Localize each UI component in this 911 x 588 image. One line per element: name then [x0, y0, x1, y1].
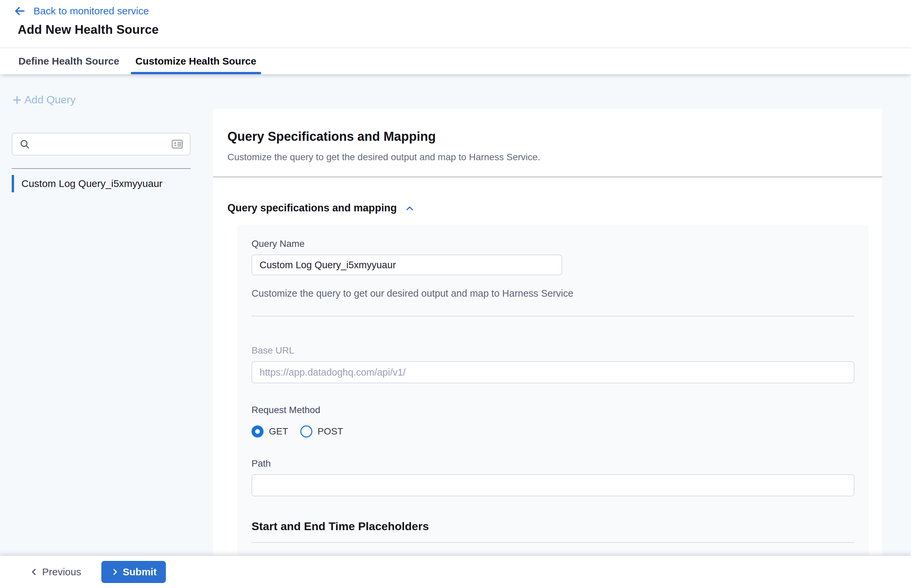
- submit-button[interactable]: Submit: [101, 561, 166, 583]
- path-input[interactable]: [252, 474, 854, 496]
- top-header: Back to monitored service Add New Health…: [0, 0, 911, 47]
- radio-get-label: GET: [269, 426, 288, 437]
- sidebar: Add Query Custom Log Query_i5xmyyuaur: [0, 74, 213, 556]
- base-url-label: Base URL: [252, 345, 854, 356]
- tab-bar: Define Health Source Customize Health So…: [0, 47, 911, 74]
- query-name-label: Query Name: [252, 239, 854, 249]
- submit-button-label: Submit: [123, 566, 157, 578]
- radio-post-unselected[interactable]: [300, 425, 312, 438]
- radio-option-post[interactable]: POST: [300, 425, 343, 438]
- query-search-input[interactable]: [31, 139, 171, 150]
- back-link-label: Back to monitored service: [34, 5, 149, 17]
- page-title: Add New Health Source: [18, 23, 911, 37]
- section-toggle[interactable]: Query specifications and mapping: [228, 202, 415, 214]
- back-link[interactable]: Back to monitored service: [13, 5, 149, 18]
- card-subtitle: Customize the query to get the desired o…: [228, 152, 868, 163]
- card-title: Query Specifications and Mapping: [228, 129, 868, 144]
- add-query-button[interactable]: Add Query: [12, 94, 76, 106]
- tab-define-health-source[interactable]: Define Health Source: [15, 48, 123, 74]
- path-label: Path: [252, 458, 854, 469]
- chevron-left-icon: [29, 567, 39, 577]
- contact-card-icon[interactable]: [171, 137, 184, 151]
- form-divider: [252, 316, 854, 317]
- query-name-input[interactable]: [252, 255, 562, 275]
- chevron-up-icon: [405, 202, 415, 214]
- radio-post-label: POST: [318, 426, 343, 437]
- arrow-left-icon: [13, 5, 26, 18]
- query-list: Custom Log Query_i5xmyyuaur: [12, 169, 191, 198]
- content-area: Add Query Custom Log Query_i5xmyyuaur: [0, 74, 911, 556]
- radio-get-selected[interactable]: [252, 425, 263, 438]
- tab-customize-health-source[interactable]: Customize Health Source: [132, 48, 260, 74]
- radio-option-get[interactable]: GET: [252, 425, 288, 438]
- query-mapping-form: Query Name Customize the query to get ou…: [237, 225, 869, 556]
- request-method-radio-group: GET POST: [252, 425, 854, 438]
- query-name-helper-text: Customize the query to get our desired o…: [252, 288, 854, 299]
- placeholders-heading: Start and End Time Placeholders: [252, 520, 854, 533]
- card-header-divider: [213, 177, 882, 177]
- search-icon: [19, 139, 31, 150]
- plus-icon: [12, 95, 23, 105]
- base-url-input[interactable]: [252, 361, 854, 383]
- main-panel: Query Specifications and Mapping Customi…: [213, 109, 882, 556]
- request-method-label: Request Method: [252, 405, 854, 415]
- footer-bar: Previous Submit: [0, 556, 911, 588]
- add-query-label: Add Query: [24, 94, 76, 106]
- section-title: Query specifications and mapping: [228, 202, 397, 214]
- query-list-item-selected[interactable]: Custom Log Query_i5xmyyuaur: [12, 169, 191, 198]
- page: Back to monitored service Add New Health…: [0, 0, 911, 588]
- placeholders-divider: [252, 542, 854, 543]
- query-search-box: [12, 133, 191, 155]
- chevron-right-icon: [111, 568, 120, 576]
- previous-button-label: Previous: [42, 566, 81, 578]
- selected-indicator-bar: [12, 175, 14, 192]
- previous-button[interactable]: Previous: [29, 566, 81, 578]
- query-item-label: Custom Log Query_i5xmyyuaur: [21, 178, 163, 189]
- card-header: Query Specifications and Mapping Customi…: [213, 109, 882, 163]
